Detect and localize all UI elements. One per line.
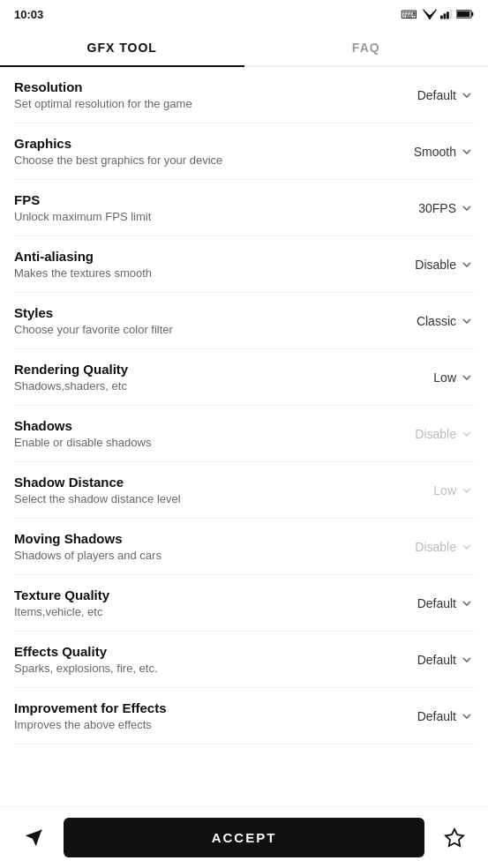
settings-list: ResolutionSet optimal resolution for the… <box>0 67 488 745</box>
setting-row[interactable]: Anti-aliasingMakes the textures smoothDi… <box>14 236 474 293</box>
status-time: 10:03 <box>14 8 43 21</box>
tab-faq[interactable]: FAQ <box>244 28 489 65</box>
setting-desc: Enable or disable shadows <box>14 436 394 449</box>
chevron-down-icon <box>460 653 474 667</box>
accept-button[interactable]: ACCEPT <box>64 818 424 857</box>
svg-marker-9 <box>26 829 41 845</box>
setting-value: Disable <box>415 540 456 554</box>
setting-title: Resolution <box>14 79 394 94</box>
nav-tabs: GFX TOOL FAQ <box>0 28 488 67</box>
chevron-down-icon <box>460 540 474 554</box>
setting-desc: Select the shadow distance level <box>14 492 394 505</box>
setting-title: Shadows <box>14 418 394 433</box>
setting-value: Smooth <box>414 145 456 159</box>
chevron-down-icon <box>460 596 474 610</box>
setting-desc: Choose the best graphics for your device <box>14 153 394 167</box>
tab-gfx-tool[interactable]: GFX TOOL <box>0 28 244 65</box>
battery-icon <box>456 9 474 19</box>
keyboard-icon: ⌨ <box>401 8 417 21</box>
setting-value: Disable <box>415 258 456 272</box>
setting-row[interactable]: Moving ShadowsShadows of players and car… <box>14 519 474 575</box>
svg-rect-3 <box>447 11 449 19</box>
svg-point-0 <box>429 18 431 19</box>
svg-rect-2 <box>444 13 447 19</box>
setting-desc: Set optimal resolution for the game <box>14 97 394 110</box>
setting-title: Rendering Quality <box>14 362 394 377</box>
chevron-down-icon <box>460 88 474 102</box>
setting-title: Styles <box>14 305 394 320</box>
signal-icon <box>440 9 453 19</box>
setting-value: Default <box>417 653 456 667</box>
setting-row[interactable]: ShadowsEnable or disable shadowsDisable <box>14 406 474 462</box>
share-icon <box>24 828 43 848</box>
setting-row[interactable]: Improvement for EffectsImproves the abov… <box>14 688 474 745</box>
setting-title: Shadow Distance <box>14 475 394 490</box>
svg-rect-1 <box>440 15 443 19</box>
setting-desc: Items,vehicle, etc <box>14 605 394 618</box>
setting-value: Disable <box>415 427 456 441</box>
chevron-down-icon <box>460 483 474 498</box>
setting-value: Classic <box>417 314 456 328</box>
setting-row[interactable]: GraphicsChoose the best graphics for you… <box>14 123 474 180</box>
setting-title: Graphics <box>14 136 394 151</box>
bottom-bar: ACCEPT <box>0 806 488 868</box>
setting-title: Anti-aliasing <box>14 249 394 264</box>
setting-desc: Sparks, explosions, fire, etc. <box>14 662 394 675</box>
wifi-icon <box>423 9 437 19</box>
svg-rect-7 <box>457 11 469 17</box>
setting-value: 30FPS <box>418 201 456 215</box>
chevron-down-icon <box>460 314 474 328</box>
setting-row[interactable]: Rendering QualityShadows,shaders, etcLow <box>14 349 474 406</box>
setting-title: Texture Quality <box>14 587 394 602</box>
setting-value: Default <box>417 88 456 102</box>
setting-desc: Unlock maximum FPS limit <box>14 210 394 223</box>
setting-value: Low <box>433 370 456 385</box>
setting-row[interactable]: Effects QualitySparks, explosions, fire,… <box>14 632 474 688</box>
chevron-down-icon <box>460 709 474 723</box>
status-bar: 10:03 ⌨ <box>0 0 488 28</box>
setting-row[interactable]: Shadow DistanceSelect the shadow distanc… <box>14 462 474 519</box>
status-icons: ⌨ <box>401 8 474 21</box>
setting-title: Moving Shadows <box>14 531 394 546</box>
star-icon <box>444 827 465 849</box>
svg-rect-4 <box>450 9 453 19</box>
setting-row[interactable]: Texture QualityItems,vehicle, etcDefault <box>14 575 474 632</box>
setting-desc: Improves the above effects <box>14 718 394 731</box>
favorite-button[interactable] <box>435 819 474 857</box>
setting-title: Effects Quality <box>14 644 394 659</box>
setting-value: Default <box>417 709 456 723</box>
setting-desc: Choose your favorite color filter <box>14 323 394 336</box>
chevron-down-icon <box>460 427 474 441</box>
setting-desc: Shadows of players and cars <box>14 549 394 562</box>
setting-title: FPS <box>14 192 394 207</box>
chevron-down-icon <box>460 370 474 385</box>
share-button[interactable] <box>14 819 53 857</box>
chevron-down-icon <box>460 201 474 215</box>
setting-value: Low <box>433 483 456 498</box>
setting-value: Default <box>417 596 456 610</box>
chevron-down-icon <box>460 258 474 272</box>
setting-row[interactable]: StylesChoose your favorite color filterC… <box>14 293 474 349</box>
chevron-down-icon <box>460 145 474 159</box>
svg-rect-6 <box>471 12 473 16</box>
svg-marker-10 <box>446 829 463 846</box>
setting-desc: Shadows,shaders, etc <box>14 379 394 393</box>
setting-row[interactable]: FPSUnlock maximum FPS limit30FPS <box>14 180 474 236</box>
setting-row[interactable]: ResolutionSet optimal resolution for the… <box>14 67 474 123</box>
setting-desc: Makes the textures smooth <box>14 266 394 280</box>
setting-title: Improvement for Effects <box>14 700 394 715</box>
